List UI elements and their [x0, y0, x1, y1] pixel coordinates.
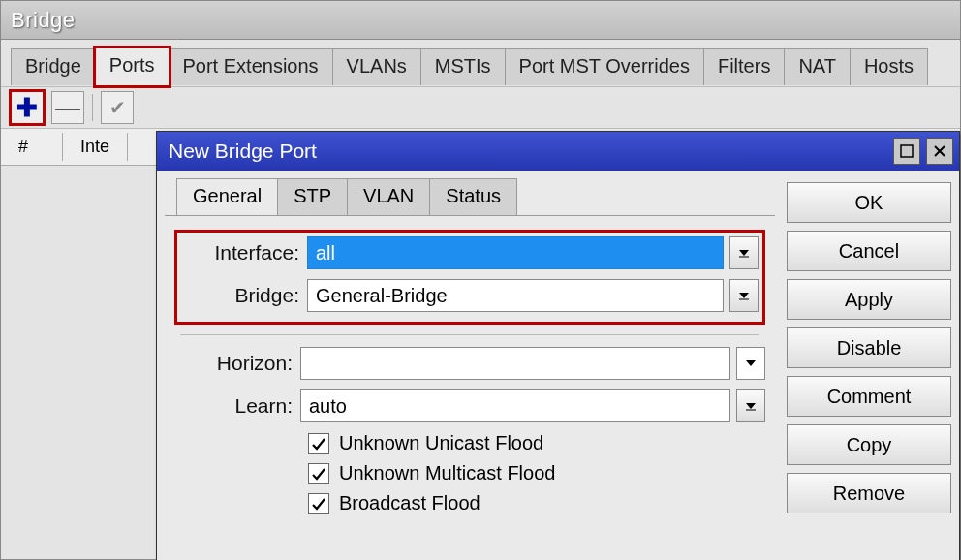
- col-index[interactable]: #: [1, 133, 63, 161]
- learn-dropdown-button[interactable]: [736, 389, 765, 422]
- dialog-tabs: General STP VLAN Status: [165, 178, 775, 215]
- learn-row: Learn: auto: [174, 389, 765, 422]
- new-bridge-port-dialog: New Bridge Port General STP VLAN Status: [156, 131, 960, 560]
- disable-button[interactable]: Disable: [787, 327, 951, 368]
- check-icon: [311, 466, 326, 482]
- plus-icon: ✚: [16, 95, 38, 120]
- dialog-main: General STP VLAN Status Interface: all: [165, 178, 775, 552]
- svg-rect-6: [739, 299, 749, 300]
- unknown-unicast-label: Unknown Unicast Flood: [339, 432, 543, 454]
- chevron-down-icon: [739, 291, 749, 300]
- chevron-down-icon: [739, 248, 749, 258]
- interface-label: Interface:: [181, 241, 307, 264]
- unknown-unicast-row: Unknown Unicast Flood: [174, 432, 765, 454]
- interface-dropdown-button[interactable]: [729, 236, 759, 269]
- add-button[interactable]: ✚: [11, 91, 44, 124]
- learn-label: Learn:: [174, 394, 300, 418]
- bridge-row: Bridge: General-Bridge: [181, 279, 759, 312]
- enable-button[interactable]: ✔: [101, 91, 134, 124]
- remove-button[interactable]: —: [51, 91, 84, 124]
- window-title: Bridge: [11, 8, 76, 33]
- dialog-title: New Bridge Port: [169, 140, 317, 163]
- tab-bar: Bridge Ports Port Extensions VLANs MSTIs…: [1, 40, 960, 86]
- svg-marker-3: [739, 250, 749, 256]
- comment-button[interactable]: Comment: [787, 376, 951, 417]
- close-button[interactable]: [926, 138, 953, 165]
- tab-port-mst-overrides[interactable]: Port MST Overrides: [505, 48, 704, 85]
- svg-marker-7: [746, 360, 756, 366]
- horizon-row: Horizon:: [174, 347, 765, 380]
- bridge-dropdown-button[interactable]: [729, 279, 759, 312]
- dialog-tab-status[interactable]: Status: [429, 178, 517, 215]
- horizon-field[interactable]: [300, 347, 730, 380]
- horizon-label: Horizon:: [174, 352, 300, 375]
- unknown-multicast-checkbox[interactable]: [308, 463, 329, 484]
- ok-button[interactable]: OK: [787, 182, 951, 223]
- svg-rect-4: [739, 257, 749, 258]
- tab-vlans[interactable]: VLANs: [332, 48, 421, 85]
- dialog-titlebar[interactable]: New Bridge Port: [157, 132, 959, 171]
- tab-port-extensions[interactable]: Port Extensions: [169, 48, 333, 85]
- svg-marker-8: [746, 403, 756, 409]
- tab-hosts[interactable]: Hosts: [850, 48, 928, 85]
- form-area: Interface: all Bridge: General: [165, 215, 775, 552]
- tab-nat[interactable]: NAT: [784, 48, 851, 85]
- broadcast-row: Broadcast Flood: [174, 492, 765, 514]
- chevron-down-icon: [746, 401, 756, 411]
- broadcast-label: Broadcast Flood: [339, 492, 480, 514]
- interface-field[interactable]: all: [307, 236, 724, 269]
- separator: [180, 334, 760, 335]
- tab-bridge[interactable]: Bridge: [11, 48, 96, 85]
- close-icon: [933, 144, 946, 158]
- bridge-window: Bridge Bridge Ports Port Extensions VLAN…: [0, 0, 961, 560]
- separator: [92, 94, 93, 121]
- window-titlebar: Bridge: [1, 1, 960, 40]
- copy-button[interactable]: Copy: [787, 424, 951, 465]
- horizon-expand-button[interactable]: [736, 347, 765, 380]
- learn-field[interactable]: auto: [300, 389, 730, 422]
- dialog-body: General STP VLAN Status Interface: all: [157, 171, 959, 560]
- tab-filters[interactable]: Filters: [703, 48, 785, 85]
- check-icon: ✔: [109, 96, 126, 119]
- toolbar: ✚ — ✔: [1, 86, 960, 129]
- bridge-field[interactable]: General-Bridge: [307, 279, 724, 312]
- svg-rect-9: [746, 410, 756, 411]
- minimize-icon: [900, 144, 914, 158]
- apply-button[interactable]: Apply: [787, 279, 951, 320]
- check-icon: [311, 496, 326, 512]
- svg-marker-5: [739, 293, 749, 298]
- broadcast-checkbox[interactable]: [308, 493, 329, 514]
- interface-row: Interface: all: [181, 236, 759, 269]
- chevron-down-icon: [746, 358, 756, 368]
- unknown-unicast-checkbox[interactable]: [308, 433, 329, 454]
- svg-rect-0: [901, 145, 913, 157]
- dialog-tab-stp[interactable]: STP: [277, 178, 348, 215]
- dialog-sidebar: OK Cancel Apply Disable Comment Copy Rem…: [787, 178, 951, 552]
- unknown-multicast-row: Unknown Multicast Flood: [174, 462, 765, 484]
- cancel-button[interactable]: Cancel: [787, 231, 951, 271]
- minimize-button[interactable]: [893, 138, 920, 165]
- dialog-tab-vlan[interactable]: VLAN: [347, 178, 430, 215]
- highlighted-fields: Interface: all Bridge: General: [174, 230, 765, 325]
- tab-ports[interactable]: Ports: [95, 47, 170, 86]
- col-interface[interactable]: Inte: [63, 133, 128, 161]
- bridge-label: Bridge:: [181, 284, 307, 307]
- title-controls: [893, 138, 953, 165]
- remove-button[interactable]: Remove: [787, 473, 951, 513]
- check-icon: [311, 436, 326, 451]
- unknown-multicast-label: Unknown Multicast Flood: [339, 462, 555, 484]
- dialog-tab-general[interactable]: General: [176, 178, 278, 215]
- minus-icon: —: [55, 95, 80, 120]
- tab-mstis[interactable]: MSTIs: [420, 48, 506, 85]
